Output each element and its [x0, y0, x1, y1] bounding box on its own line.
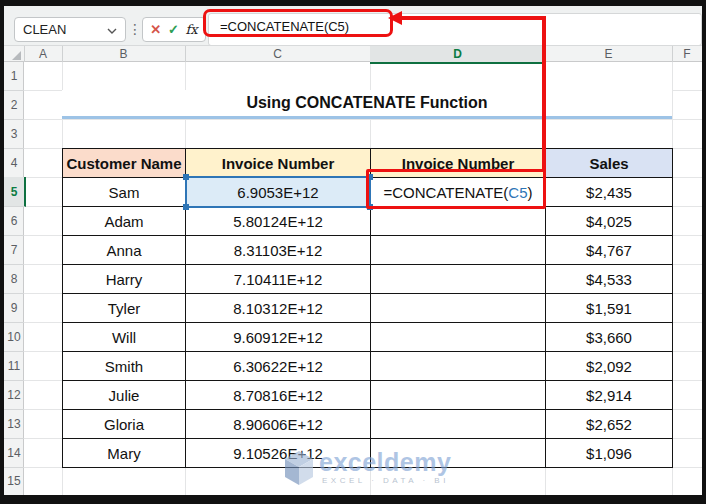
cell-sales[interactable]: $2,652 — [546, 410, 673, 439]
cell-sales[interactable]: $2,435 — [546, 178, 673, 207]
col-header-C[interactable]: C — [185, 46, 371, 62]
cell-empty[interactable] — [371, 381, 546, 410]
row-header-1[interactable]: 1 — [4, 62, 24, 91]
cell-customer[interactable]: Tyler — [63, 294, 186, 323]
cell-customer[interactable]: Harry — [63, 265, 186, 294]
row-header-11[interactable]: 11 — [4, 351, 24, 381]
annotation-arrow-horizontal — [401, 16, 546, 20]
formula-buttons: ✕ ✓ fx — [142, 17, 206, 42]
col-header-D[interactable]: D — [370, 46, 546, 64]
row-header-12[interactable]: 12 — [4, 380, 24, 410]
cell-customer[interactable]: Mary — [63, 439, 186, 468]
cell-empty[interactable] — [371, 207, 546, 236]
cell-empty[interactable] — [371, 352, 546, 381]
col-header-F[interactable]: F — [672, 46, 702, 62]
row-header-14[interactable]: 14 — [4, 438, 24, 468]
cell-customer[interactable]: Sam — [63, 178, 186, 207]
row-header-7[interactable]: 7 — [4, 235, 24, 265]
cell-sales[interactable]: $1,096 — [546, 439, 673, 468]
cancel-icon[interactable]: ✕ — [150, 22, 161, 37]
cell-sales[interactable]: $1,591 — [546, 294, 673, 323]
cell-empty[interactable] — [371, 410, 546, 439]
gridline — [24, 119, 702, 120]
exceldemy-watermark: exceldemy EXCEL · DATA · BI — [284, 450, 451, 486]
cell-customer[interactable]: Anna — [63, 236, 186, 265]
cell-customer[interactable]: Will — [63, 323, 186, 352]
row-header-8[interactable]: 8 — [4, 264, 24, 294]
cell-invoice-selected[interactable]: 6.9053E+12 — [186, 178, 371, 207]
cell-invoice[interactable]: 7.10411E+12 — [186, 265, 371, 294]
cell-empty[interactable] — [371, 294, 546, 323]
col-header-E[interactable]: E — [545, 46, 673, 62]
excel-screenshot: CLEAN ⋮ ✕ ✓ fx =CONCATENATE(C5) A B C D … — [0, 0, 706, 504]
cell-empty[interactable] — [371, 323, 546, 352]
row-header-strip: 1 2 3 4 5 6 7 8 9 10 11 12 13 14 15 — [4, 62, 24, 495]
cell-invoice[interactable]: 6.30622E+12 — [186, 352, 371, 381]
row-header-3[interactable]: 3 — [4, 119, 24, 149]
cell-customer[interactable]: Gloria — [63, 410, 186, 439]
watermark-tagline: EXCEL · DATA · BI — [322, 476, 451, 485]
cell-invoice[interactable]: 8.90606E+12 — [186, 410, 371, 439]
cell-sales[interactable]: $3,660 — [546, 323, 673, 352]
table-row: Gloria 8.90606E+12 $2,652 — [63, 410, 673, 439]
table-row: Will 9.60912E+12 $3,660 — [63, 323, 673, 352]
row-header-9[interactable]: 9 — [4, 293, 24, 323]
row-header-10[interactable]: 10 — [4, 322, 24, 352]
watermark-brand: exceldemy — [319, 450, 451, 474]
header-sales[interactable]: Sales — [546, 149, 673, 178]
cell-empty[interactable] — [371, 236, 546, 265]
fx-icon[interactable]: fx — [185, 22, 197, 37]
cell-invoice[interactable]: 5.80124E+12 — [186, 207, 371, 236]
active-cell-highlight-box — [366, 169, 546, 209]
row-header-2[interactable]: 2 — [4, 90, 24, 120]
select-all-corner[interactable] — [4, 46, 25, 62]
row-header-6[interactable]: 6 — [4, 206, 24, 236]
cell-customer[interactable]: Adam — [63, 207, 186, 236]
cell-sales[interactable]: $4,533 — [546, 265, 673, 294]
sheet-title[interactable]: Using CONCATENATE Function — [62, 90, 672, 119]
table-row: Harry 7.10411E+12 $4,533 — [63, 265, 673, 294]
col-header-A[interactable]: A — [24, 46, 63, 62]
chevron-down-icon[interactable] — [107, 22, 117, 37]
table-row: Anna 8.31103E+12 $4,767 — [63, 236, 673, 265]
column-header-strip: A B C D E F — [4, 45, 702, 62]
table-row: Julie 8.70816E+12 $2,914 — [63, 381, 673, 410]
cell-customer[interactable]: Julie — [63, 381, 186, 410]
table-row: Tyler 8.10312E+12 $1,591 — [63, 294, 673, 323]
header-invoice-number[interactable]: Invoice Number — [186, 149, 371, 178]
menu-dots-icon[interactable]: ⋮ — [130, 18, 140, 40]
name-box[interactable]: CLEAN — [14, 17, 126, 42]
col-header-B[interactable]: B — [62, 46, 186, 62]
header-customer-name[interactable]: Customer Name — [63, 149, 186, 178]
table-row: Adam 5.80124E+12 $4,025 — [63, 207, 673, 236]
cell-invoice[interactable]: 8.31103E+12 — [186, 236, 371, 265]
cell-sales[interactable]: $2,914 — [546, 381, 673, 410]
cell-sales[interactable]: $4,025 — [546, 207, 673, 236]
cell-empty[interactable] — [371, 265, 546, 294]
row-header-5[interactable]: 5 — [4, 177, 26, 207]
row-header-15[interactable]: 15 — [4, 467, 24, 495]
cell-sales[interactable]: $4,767 — [546, 236, 673, 265]
cell-invoice[interactable]: 8.70816E+12 — [186, 381, 371, 410]
annotation-arrow-vertical — [542, 16, 546, 171]
cell-customer[interactable]: Smith — [63, 352, 186, 381]
cell-invoice[interactable]: 9.60912E+12 — [186, 323, 371, 352]
name-box-value: CLEAN — [23, 22, 66, 37]
formula-highlight-box — [203, 9, 393, 37]
row-header-13[interactable]: 13 — [4, 409, 24, 439]
annotation-arrowhead-icon — [388, 11, 402, 25]
cell-invoice[interactable]: 8.10312E+12 — [186, 294, 371, 323]
table-row: Smith 6.30622E+12 $2,092 — [63, 352, 673, 381]
exceldemy-logo-icon — [284, 450, 314, 486]
enter-icon[interactable]: ✓ — [168, 22, 179, 37]
row-header-4[interactable]: 4 — [4, 148, 24, 178]
cell-sales[interactable]: $2,092 — [546, 352, 673, 381]
